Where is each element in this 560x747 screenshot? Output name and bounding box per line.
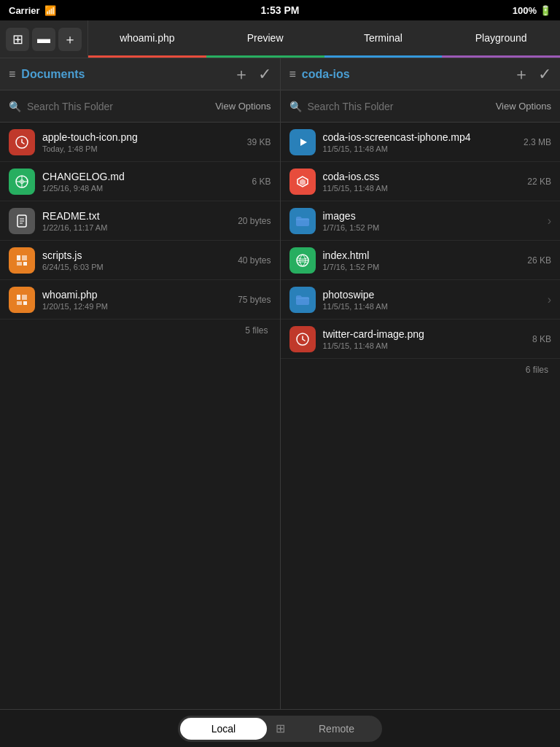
right-file-size-3: 26 KB: [527, 255, 551, 266]
right-file-count: 6 files: [281, 359, 561, 381]
toggle-center-icon: ⊞: [267, 718, 293, 740]
left-file-size-3: 40 bytes: [238, 255, 271, 266]
tab-bar: ⊞ ▬ ＋ whoami.php Preview Terminal Playgr…: [0, 20, 560, 58]
right-file-meta-4: 11/5/15, 11:48 AM: [323, 302, 530, 311]
left-search-icon: 🔍: [9, 101, 21, 112]
left-file-name-2: README.txt: [42, 210, 230, 222]
left-file-item[interactable]: whoami.php 1/20/15, 12:49 PM 75 bytes: [0, 280, 280, 320]
tab-terminal[interactable]: Terminal: [324, 20, 443, 58]
left-file-meta-4: 1/20/15, 12:49 PM: [42, 302, 230, 311]
right-file-icon-2: [289, 208, 316, 234]
left-file-meta-0: Today, 1:48 PM: [42, 144, 240, 153]
right-file-item[interactable]: images 1/7/16, 1:52 PM ›: [281, 201, 561, 241]
right-search-icon: 🔍: [289, 101, 302, 112]
right-view-options-button[interactable]: View Options: [496, 101, 551, 112]
bottom-bar: Local ⊞ Remote: [0, 709, 560, 747]
right-file-meta-3: 1/7/16, 1:52 PM: [323, 263, 521, 271]
status-left: Carrier 📶: [9, 5, 56, 16]
right-pane-title: coda-ios: [302, 68, 508, 81]
left-file-size-4: 75 bytes: [238, 295, 271, 305]
right-file-size-1: 22 KB: [527, 177, 551, 187]
right-file-info-2: images 1/7/16, 1:52 PM: [323, 210, 530, 232]
left-file-info-1: CHANGELOG.md 1/25/16, 9:48 AM: [42, 171, 244, 193]
right-file-icon-1: [289, 169, 316, 195]
right-pane-add-button[interactable]: ＋: [513, 63, 529, 85]
right-file-info-0: coda-ios-screencast-iphone.mp4 11/5/15, …: [323, 131, 516, 153]
battery-percent: 100%: [513, 5, 537, 16]
right-pane-check-button[interactable]: ✓: [538, 65, 551, 84]
remote-toggle-option[interactable]: Remote: [293, 718, 380, 740]
right-file-list: coda-ios-screencast-iphone.mp4 11/5/15, …: [281, 123, 561, 709]
left-file-size-2: 20 bytes: [238, 216, 271, 226]
left-file-size-1: 6 KB: [252, 177, 271, 187]
left-file-icon-3: [9, 247, 35, 274]
left-pane-header: ≡ Documents ＋ ✓: [0, 58, 280, 90]
status-right: 100% 🔋: [513, 5, 551, 16]
tab-playground[interactable]: Playground: [442, 20, 560, 58]
add-tab-button[interactable]: ＋: [58, 28, 82, 51]
right-file-item[interactable]: twitter-card-image.png 11/5/15, 11:48 AM…: [281, 320, 561, 359]
tab-whoami[interactable]: whoami.php: [88, 20, 206, 58]
left-file-item[interactable]: CHANGELOG.md 1/25/16, 9:48 AM 6 KB: [0, 162, 280, 201]
right-file-item[interactable]: coda-ios.css 11/5/15, 11:48 AM 22 KB: [281, 162, 561, 201]
left-file-icon-0: [9, 129, 35, 155]
left-pane-menu-icon: ≡: [9, 68, 15, 81]
right-file-icon-5: [289, 326, 316, 352]
right-file-item[interactable]: index.html 1/7/16, 1:52 PM 26 KB: [281, 241, 561, 280]
tab-preview[interactable]: Preview: [206, 20, 324, 58]
local-toggle-option[interactable]: Local: [180, 718, 267, 740]
right-file-meta-2: 1/7/16, 1:52 PM: [323, 223, 530, 232]
left-file-count: 5 files: [0, 320, 280, 341]
left-pane-check-button[interactable]: ✓: [258, 65, 271, 84]
right-file-meta-5: 11/5/15, 11:48 AM: [323, 341, 525, 350]
svg-marker-8: [300, 139, 307, 146]
left-file-info-3: scripts.js 6/24/15, 6:03 PM: [42, 249, 230, 271]
left-file-icon-2: [9, 208, 35, 234]
minus-button[interactable]: ▬: [32, 28, 55, 51]
left-pane: ≡ Documents ＋ ✓ 🔍 View Options: [0, 58, 281, 709]
local-remote-toggle[interactable]: Local ⊞ Remote: [178, 716, 382, 742]
right-file-info-5: twitter-card-image.png 11/5/15, 11:48 AM: [323, 328, 525, 350]
right-pane-actions: ＋ ✓: [513, 63, 551, 85]
right-search-bar: 🔍 View Options: [281, 90, 561, 123]
left-pane-add-button[interactable]: ＋: [233, 63, 249, 85]
right-file-icon-4: [289, 287, 316, 313]
left-file-meta-3: 6/24/15, 6:03 PM: [42, 263, 230, 271]
left-file-name-4: whoami.php: [42, 289, 230, 301]
left-file-item[interactable]: apple-touch-icon.png Today, 1:48 PM 39 K…: [0, 123, 280, 162]
right-pane: ≡ coda-ios ＋ ✓ 🔍 View Options coda-io: [281, 58, 561, 709]
right-file-chevron-4: ›: [548, 293, 551, 306]
right-file-name-2: images: [323, 210, 530, 222]
right-file-icon-3: [289, 247, 316, 274]
status-time: 1:53 PM: [261, 4, 300, 16]
wifi-icon: 📶: [44, 5, 56, 16]
right-file-info-4: photoswipe 11/5/15, 11:48 AM: [323, 289, 530, 311]
right-file-name-3: index.html: [323, 249, 521, 261]
right-pane-menu-icon: ≡: [289, 68, 296, 81]
left-file-name-3: scripts.js: [42, 249, 230, 261]
right-pane-header: ≡ coda-ios ＋ ✓: [281, 58, 561, 90]
split-container: ≡ Documents ＋ ✓ 🔍 View Options: [0, 58, 560, 709]
left-search-input[interactable]: [27, 101, 209, 112]
battery-icon: 🔋: [540, 5, 551, 16]
carrier-label: Carrier: [9, 5, 40, 16]
right-file-icon-0: [289, 129, 316, 155]
right-file-info-1: coda-ios.css 11/5/15, 11:48 AM: [323, 171, 521, 193]
right-file-item[interactable]: coda-ios-screencast-iphone.mp4 11/5/15, …: [281, 123, 561, 162]
left-file-meta-1: 1/25/16, 9:48 AM: [42, 184, 244, 193]
left-file-item[interactable]: README.txt 1/22/16, 11:17 AM 20 bytes: [0, 201, 280, 241]
right-file-name-0: coda-ios-screencast-iphone.mp4: [323, 131, 516, 143]
right-file-chevron-2: ›: [548, 214, 551, 228]
grid-button[interactable]: ⊞: [6, 28, 29, 51]
left-view-options-button[interactable]: View Options: [215, 101, 271, 112]
right-file-info-3: index.html 1/7/16, 1:52 PM: [323, 249, 521, 271]
left-file-item[interactable]: scripts.js 6/24/15, 6:03 PM 40 bytes: [0, 241, 280, 280]
left-pane-actions: ＋ ✓: [233, 63, 271, 85]
right-file-item[interactable]: photoswipe 11/5/15, 11:48 AM ›: [281, 280, 561, 320]
left-file-name-0: apple-touch-icon.png: [42, 131, 240, 143]
right-search-input[interactable]: [308, 101, 490, 112]
left-file-info-2: README.txt 1/22/16, 11:17 AM: [42, 210, 230, 232]
right-file-size-0: 2.3 MB: [524, 137, 551, 147]
right-file-size-5: 8 KB: [532, 334, 551, 344]
left-search-bar: 🔍 View Options: [0, 90, 280, 123]
